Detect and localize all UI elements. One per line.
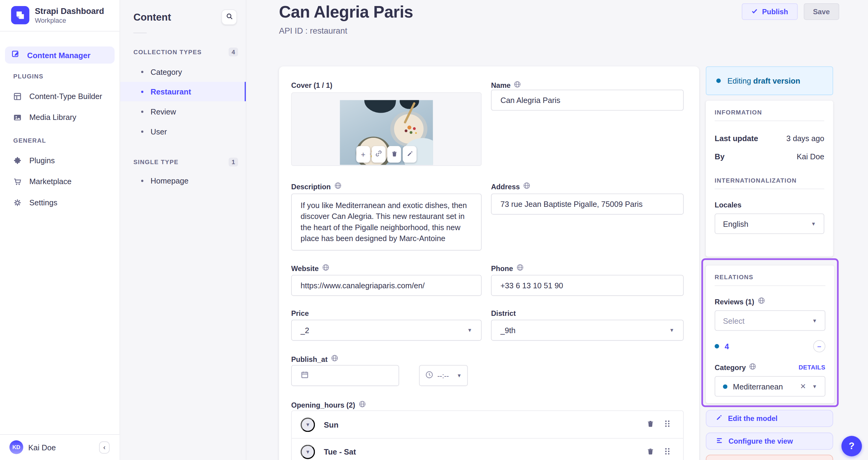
bullet-icon bbox=[141, 130, 143, 132]
by-row: By Kai Doe bbox=[715, 152, 824, 161]
edit-media-button[interactable] bbox=[403, 146, 417, 163]
bullet-icon bbox=[141, 71, 143, 73]
price-select[interactable]: _2 ▼ bbox=[291, 320, 482, 341]
publish-time-input[interactable]: --:-- ▼ bbox=[419, 365, 468, 386]
brand-name: Strapi Dashboard bbox=[35, 6, 104, 15]
sidebar-item-content-type-builder[interactable]: Content-Type Builder bbox=[13, 92, 120, 101]
help-button[interactable]: ? bbox=[841, 436, 862, 456]
chevron-down-icon: ▼ bbox=[305, 449, 310, 455]
expand-row-button[interactable]: ▼ bbox=[301, 417, 315, 431]
description-field-label: Description bbox=[291, 182, 341, 191]
globe-icon bbox=[331, 355, 338, 363]
strapi-dashboard: Strapi Dashboard Workplace Content Manag… bbox=[0, 0, 868, 460]
relation-dot-icon bbox=[723, 384, 727, 389]
collection-types-label: COLLECTION TYPES bbox=[133, 49, 202, 56]
content-manager-icon bbox=[11, 50, 20, 60]
add-media-button[interactable]: + bbox=[356, 146, 370, 163]
reviews-select[interactable]: Select ▼ bbox=[715, 310, 825, 331]
chevron-down-icon: ▼ bbox=[812, 384, 817, 389]
publish-date-input[interactable] bbox=[291, 365, 399, 386]
publish-button[interactable]: Publish bbox=[742, 3, 797, 20]
review-relation-item: 4 − bbox=[715, 340, 825, 352]
subnav-item-review[interactable]: Review bbox=[120, 102, 246, 121]
pencil-icon bbox=[716, 414, 722, 422]
trash-icon bbox=[647, 420, 654, 429]
globe-icon bbox=[758, 297, 765, 306]
expand-row-button[interactable]: ▼ bbox=[301, 445, 315, 459]
copy-link-button[interactable] bbox=[372, 146, 386, 163]
close-icon[interactable]: ✕ bbox=[800, 382, 806, 390]
drag-dots-icon bbox=[664, 447, 671, 457]
relation-dot-icon bbox=[715, 344, 719, 349]
address-input[interactable]: 73 rue Jean Baptiste Pigalle, 75009 Pari… bbox=[491, 194, 684, 215]
collapse-sidebar-button[interactable]: ‹ bbox=[99, 441, 110, 453]
status-dot-icon bbox=[716, 78, 721, 83]
chevron-down-icon: ▼ bbox=[811, 221, 816, 227]
section-label-plugins: PLUGINS bbox=[13, 73, 120, 80]
relations-title: RELATIONS bbox=[715, 274, 825, 281]
information-title: INFORMATION bbox=[715, 109, 824, 116]
bullet-icon bbox=[141, 91, 143, 93]
save-button[interactable]: Save bbox=[803, 3, 839, 20]
globe-icon bbox=[334, 182, 341, 191]
cover-media-carousel[interactable]: + bbox=[291, 92, 482, 166]
chevron-down-icon: ▼ bbox=[305, 422, 310, 427]
locales-label: Locales bbox=[715, 201, 824, 209]
sidebar-item-marketplace[interactable]: Marketplace bbox=[13, 177, 120, 186]
delete-row-button[interactable] bbox=[647, 420, 654, 429]
subnav-title: Content bbox=[133, 11, 171, 23]
opening-hours-row-tue-sat[interactable]: ▼ Tue - Sat bbox=[292, 438, 683, 460]
district-select[interactable]: _9th ▼ bbox=[491, 320, 684, 341]
sidebar-item-media-library[interactable]: Media Library bbox=[13, 113, 120, 122]
website-field-label: Website bbox=[291, 264, 329, 272]
website-input[interactable]: https://www.canalegriaparis.com/en/ bbox=[291, 275, 482, 296]
chevron-down-icon: ▼ bbox=[457, 373, 462, 378]
delete-row-button[interactable] bbox=[647, 447, 654, 457]
phone-input[interactable]: +33 6 13 10 51 90 bbox=[491, 275, 684, 296]
sidebar-item-plugins[interactable]: Plugins bbox=[13, 156, 120, 165]
layout-icon bbox=[13, 92, 22, 100]
page-title: Can Alegria Paris bbox=[279, 3, 413, 22]
chevron-down-icon: ▼ bbox=[669, 327, 674, 333]
media-icon bbox=[13, 113, 22, 122]
subnav-item-user[interactable]: User bbox=[120, 122, 246, 141]
draft-status-text: Editing draft version bbox=[727, 76, 800, 85]
category-select[interactable]: Mediterranean ✕ ▼ bbox=[715, 376, 825, 397]
delete-media-button[interactable] bbox=[387, 146, 401, 163]
review-relation-link[interactable]: 4 bbox=[725, 342, 729, 351]
configure-view-button[interactable]: Configure the view bbox=[706, 432, 833, 450]
subnav-item-homepage[interactable]: Homepage bbox=[120, 171, 246, 190]
single-type-count-badge: 1 bbox=[228, 158, 238, 167]
gear-icon bbox=[13, 198, 22, 206]
name-input[interactable]: Can Alegria Paris bbox=[491, 90, 684, 110]
main-content: Can Alegria Paris API ID : restaurant Pu… bbox=[246, 0, 868, 460]
divider bbox=[0, 31, 120, 32]
draft-status-banner: Editing draft version bbox=[706, 66, 833, 95]
user-footer: KD Kai Doe ‹ bbox=[0, 434, 120, 460]
drag-handle[interactable] bbox=[664, 420, 671, 429]
trash-icon bbox=[391, 150, 398, 159]
chevron-left-icon: ‹ bbox=[103, 443, 105, 451]
search-button[interactable] bbox=[221, 9, 237, 25]
drag-handle[interactable] bbox=[664, 447, 671, 457]
locale-select[interactable]: English ▼ bbox=[715, 213, 824, 234]
information-card: INFORMATION Last update 3 days ago By Ka… bbox=[706, 101, 833, 257]
opening-hours-row-sun[interactable]: ▼ Sun bbox=[292, 411, 683, 438]
delete-entry-button[interactable] bbox=[706, 455, 833, 460]
sidebar-item-content-manager[interactable]: Content Manager bbox=[5, 46, 115, 64]
subnav-item-category[interactable]: Category bbox=[120, 62, 246, 81]
globe-icon bbox=[749, 363, 756, 371]
avatar: KD bbox=[9, 440, 23, 454]
details-link[interactable]: DETAILS bbox=[799, 364, 825, 371]
sidebar-item-settings[interactable]: Settings bbox=[13, 198, 120, 207]
phone-field-label: Phone bbox=[491, 264, 523, 272]
relations-card: RELATIONS Reviews (1) Select ▼ 4 bbox=[706, 266, 834, 403]
link-icon bbox=[375, 150, 382, 159]
subnav-item-restaurant[interactable]: Restaurant bbox=[120, 82, 246, 101]
remove-relation-button[interactable]: − bbox=[813, 340, 825, 352]
globe-icon bbox=[514, 81, 521, 90]
edit-model-button[interactable]: Edit the model bbox=[706, 410, 833, 427]
chevron-down-icon: ▼ bbox=[812, 318, 817, 323]
cover-field-label: Cover (1 / 1) bbox=[291, 81, 333, 90]
description-textarea[interactable]: If you like Mediterranean and exotic dis… bbox=[291, 194, 482, 251]
